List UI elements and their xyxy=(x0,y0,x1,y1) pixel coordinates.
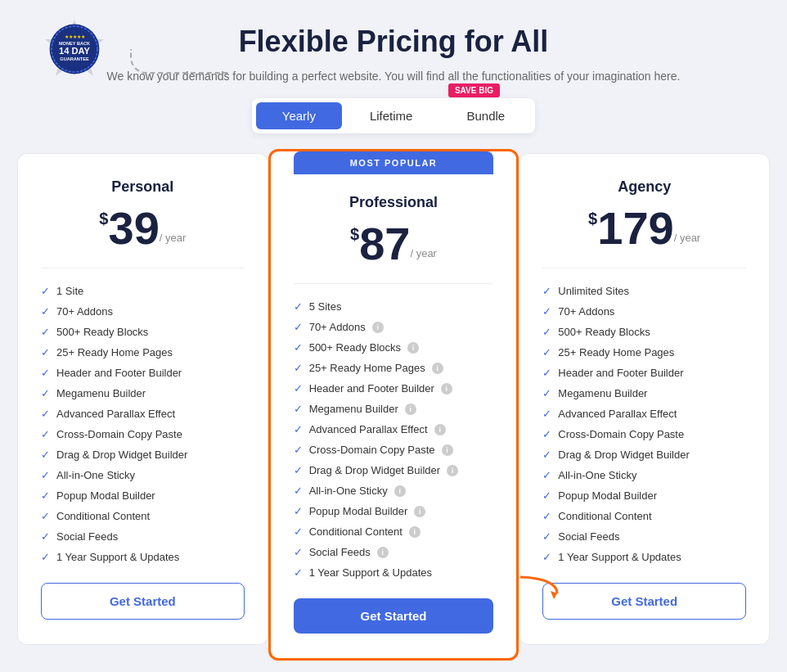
toggle-lifetime[interactable]: Lifetime xyxy=(344,102,439,129)
feature-text: Drag & Drop Widget Builder xyxy=(56,449,187,461)
feature-item: ✓ 500+ Ready Blocks i xyxy=(294,341,494,354)
feature-text: 5 Sites xyxy=(309,300,342,313)
toggle-bundle[interactable]: Bundle xyxy=(440,102,531,129)
page-container: ★★★★★ MONEY BACK 14 DAY GUARANTEE Flexib… xyxy=(17,25,770,656)
feature-text: Conditional Content xyxy=(309,525,402,538)
price-period: / year xyxy=(410,247,437,259)
check-icon: ✓ xyxy=(294,362,303,374)
info-icon[interactable]: i xyxy=(377,547,389,558)
plan-name-personal: Personal xyxy=(41,178,245,196)
pricing-card-personal: Personal $39/ year ✓ 1 Site ✓ 70+ Addons… xyxy=(17,153,268,645)
check-icon: ✓ xyxy=(542,449,551,461)
check-icon: ✓ xyxy=(41,387,50,399)
feature-text: Cross-Domain Copy Paste xyxy=(558,428,684,440)
check-icon: ✓ xyxy=(294,566,303,579)
check-icon: ✓ xyxy=(41,449,50,461)
info-icon[interactable]: i xyxy=(447,465,458,476)
feature-text: Popup Modal Builder xyxy=(56,489,155,502)
save-big-badge: SAVE BIG xyxy=(448,83,500,97)
info-icon[interactable]: i xyxy=(407,342,419,354)
price-symbol: $ xyxy=(588,210,597,228)
check-icon: ✓ xyxy=(542,428,551,440)
check-icon: ✓ xyxy=(294,403,303,415)
info-icon[interactable]: i xyxy=(405,404,416,415)
feature-text: Megamenu Builder xyxy=(558,387,647,399)
check-icon: ✓ xyxy=(294,505,303,517)
feature-item: ✓ 5 Sites xyxy=(294,300,494,313)
feature-item: ✓ 1 Site xyxy=(41,285,245,297)
feature-text: Popup Modal Builder xyxy=(558,489,657,502)
toggle-yearly[interactable]: Yearly xyxy=(256,102,342,129)
feature-item: ✓ Advanced Parallax Effect xyxy=(41,408,245,420)
price-symbol: $ xyxy=(99,210,108,228)
check-icon: ✓ xyxy=(294,525,303,538)
feature-text: 25+ Ready Home Pages xyxy=(309,362,425,374)
info-icon[interactable]: i xyxy=(434,424,446,435)
check-icon: ✓ xyxy=(542,305,551,318)
info-icon[interactable]: i xyxy=(442,444,453,456)
info-icon[interactable]: i xyxy=(441,383,452,395)
check-icon: ✓ xyxy=(41,346,50,359)
feature-item: ✓ Unlimited Sites xyxy=(542,285,746,297)
price-row-personal: $39/ year xyxy=(41,205,245,268)
feature-text: 500+ Ready Blocks xyxy=(558,326,650,338)
price-period: / year xyxy=(674,232,701,244)
feature-text: 1 Year Support & Updates xyxy=(558,551,681,563)
check-icon: ✓ xyxy=(542,367,551,379)
features-list-professional: ✓ 5 Sites ✓ 70+ Addons i ✓ 500+ Ready Bl… xyxy=(294,300,494,579)
check-icon: ✓ xyxy=(41,510,50,522)
feature-text: All-in-One Sticky xyxy=(309,485,388,497)
feature-item: ✓ Conditional Content xyxy=(41,510,245,522)
check-icon: ✓ xyxy=(542,387,551,399)
get-started-button-professional[interactable]: Get Started xyxy=(294,598,494,634)
feature-text: 25+ Ready Home Pages xyxy=(56,346,173,359)
dashed-line xyxy=(130,49,228,74)
info-icon[interactable]: i xyxy=(432,363,443,374)
feature-item: ✓ Header and Footer Builder xyxy=(41,367,245,379)
feature-item: ✓ Megamenu Builder xyxy=(542,387,746,399)
feature-text: Header and Footer Builder xyxy=(558,367,683,379)
feature-item: ✓ Megamenu Builder i xyxy=(294,403,494,415)
pricing-card-professional: MOST POPULARProfessional $87/ year ✓ 5 S… xyxy=(268,149,519,661)
info-icon[interactable]: i xyxy=(409,526,420,538)
most-popular-banner: MOST POPULAR xyxy=(294,151,494,174)
feature-text: Conditional Content xyxy=(558,510,651,522)
svg-text:★★★★★: ★★★★★ xyxy=(65,34,85,39)
feature-item: ✓ Cross-Domain Copy Paste xyxy=(542,428,746,440)
feature-text: 70+ Addons xyxy=(309,321,366,333)
money-back-badge: ★★★★★ MONEY BACK 14 DAY GUARANTEE xyxy=(42,16,107,85)
price-row-agency: $179/ year xyxy=(542,205,746,268)
check-icon: ✓ xyxy=(542,408,551,420)
price-symbol: $ xyxy=(350,225,359,243)
feature-text: Social Feeds xyxy=(558,530,619,543)
feature-item: ✓ 1 Year Support & Updates xyxy=(294,566,494,579)
feature-text: Unlimited Sites xyxy=(558,285,629,297)
pricing-grid: Personal $39/ year ✓ 1 Site ✓ 70+ Addons… xyxy=(17,153,770,656)
feature-item: ✓ 500+ Ready Blocks xyxy=(41,326,245,338)
get-started-button-agency[interactable]: Get Started xyxy=(542,583,746,620)
check-icon: ✓ xyxy=(294,464,303,476)
check-icon: ✓ xyxy=(41,408,50,420)
pricing-card-agency: Agency $179/ year ✓ Unlimited Sites ✓ 70… xyxy=(519,153,770,645)
feature-item: ✓ Drag & Drop Widget Builder i xyxy=(294,464,494,476)
billing-toggle: Yearly Lifetime Bundle xyxy=(252,98,535,133)
info-icon[interactable]: i xyxy=(394,485,406,497)
price-period: / year xyxy=(160,232,187,244)
check-icon: ✓ xyxy=(294,423,303,435)
check-icon: ✓ xyxy=(294,444,303,456)
check-icon: ✓ xyxy=(41,489,50,502)
feature-item: ✓ 70+ Addons xyxy=(542,305,746,318)
check-icon: ✓ xyxy=(542,285,551,297)
info-icon[interactable]: i xyxy=(372,322,384,333)
feature-text: Megamenu Builder xyxy=(309,403,398,415)
feature-item: ✓ 70+ Addons i xyxy=(294,321,494,333)
check-icon: ✓ xyxy=(41,367,50,379)
header-section: ★★★★★ MONEY BACK 14 DAY GUARANTEE Flexib… xyxy=(17,25,770,133)
info-icon[interactable]: i xyxy=(414,506,425,517)
check-icon: ✓ xyxy=(294,300,303,313)
get-started-button-personal[interactable]: Get Started xyxy=(41,583,245,620)
feature-text: Advanced Parallax Effect xyxy=(56,408,175,420)
plan-name-agency: Agency xyxy=(542,178,746,196)
feature-text: Megamenu Builder xyxy=(56,387,146,399)
check-icon: ✓ xyxy=(542,489,551,502)
